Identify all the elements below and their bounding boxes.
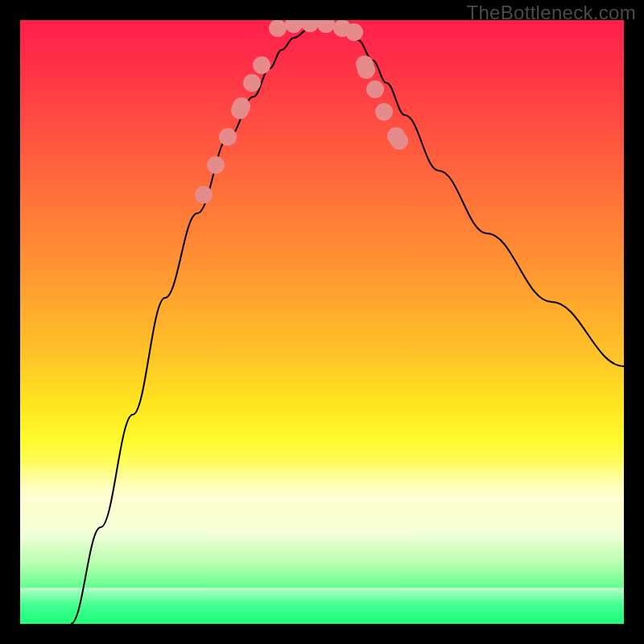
data-dot (357, 61, 375, 79)
data-dot (195, 186, 213, 204)
left-curve (71, 24, 330, 624)
chart-frame: TheBottleneck.com (0, 0, 644, 644)
data-dot (317, 20, 335, 33)
data-dot (375, 103, 393, 121)
right-dots-group (356, 56, 408, 150)
plot-area (20, 20, 624, 624)
data-dot (390, 132, 408, 150)
data-dot (233, 97, 250, 115)
data-dot (285, 20, 303, 33)
data-dot (366, 80, 384, 98)
chart-svg (20, 20, 624, 624)
bottom-dots-group (269, 20, 363, 41)
data-dot (219, 128, 237, 146)
data-dot (243, 74, 261, 92)
data-dot (207, 156, 225, 174)
data-dot (253, 56, 270, 74)
right-curve (330, 24, 624, 366)
data-dot (269, 20, 287, 37)
left-dots-group (195, 56, 270, 204)
data-dot (345, 23, 363, 41)
